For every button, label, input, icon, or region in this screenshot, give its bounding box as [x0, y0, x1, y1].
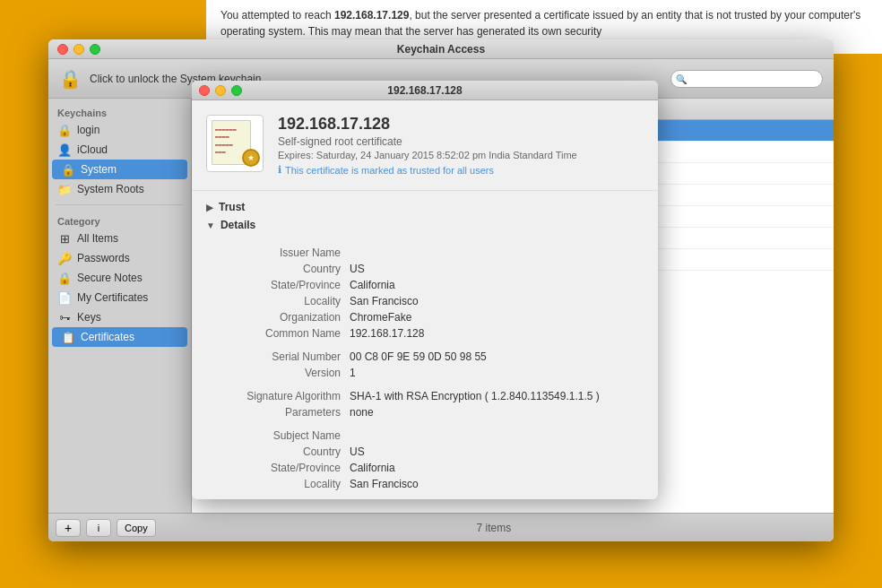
search-input[interactable] [670, 70, 823, 88]
sidebar-item-keys[interactable]: 🗝 Keys [48, 307, 191, 327]
sidebar-login-label: login [77, 124, 99, 136]
subject-locality-label: Locality [206, 478, 350, 490]
search-wrapper: 🔍 [670, 70, 823, 88]
issuer-org-label: Organization [206, 311, 350, 324]
minimize-button[interactable] [74, 44, 84, 55]
params-value: none [350, 406, 644, 419]
spacer-3 [206, 420, 644, 428]
issuer-common-name-label: Common Name [206, 327, 350, 340]
sidebar-icloud-label: iCloud [77, 143, 108, 156]
search-icon: 🔍 [676, 74, 687, 83]
sidebar-item-certificates[interactable]: 📋 Certificates [52, 327, 187, 347]
sidebar-system-roots-label: System Roots [77, 183, 144, 195]
serial-number-value: 00 C8 0F 9E 59 0D 50 98 55 [350, 350, 644, 363]
sidebar-certificates-label: Certificates [81, 331, 134, 343]
cert-close-button[interactable] [199, 85, 210, 96]
issuer-state-label: State/Province [206, 279, 350, 291]
sidebar-item-secure-notes[interactable]: 🔒 Secure Notes [48, 268, 191, 288]
issuer-locality-row: Locality San Francisco [206, 293, 644, 309]
issuer-locality-value: San Francisco [350, 295, 644, 307]
status-text: 7 items [161, 522, 826, 534]
title-bar: Keychain Access [48, 39, 834, 59]
sig-algo-label: Signature Algorithm [206, 390, 350, 402]
secure-notes-icon: 🔒 [57, 271, 72, 285]
cert-expiry: Expires: Saturday, 24 January 2015 8:52:… [278, 150, 577, 160]
version-row: Version 1 [206, 365, 644, 381]
details-row[interactable]: ▼ Details [206, 216, 644, 234]
bottom-bar: + i Copy 7 items [48, 513, 834, 541]
info-button[interactable]: i [86, 519, 111, 537]
issuer-country-row: Country US [206, 261, 644, 277]
issuer-common-name-value: 192.168.17.128 [350, 327, 644, 340]
issuer-org-value: ChromeFake [350, 311, 644, 324]
sidebar-divider [56, 204, 184, 205]
cert-detail-panel: 192.168.17.128 ━━━━━━ ━━━━ ━━━━━ ━━━ ★ 1… [192, 81, 658, 499]
sidebar-item-login[interactable]: 🔒 login [48, 120, 191, 140]
warning-text-pre: You attempted to reach [220, 9, 334, 22]
subject-locality-value: San Francisco [350, 478, 644, 490]
cert-panel-title: 192.168.17.128 [387, 84, 462, 97]
cert-trusted-status: ℹ This certificate is marked as trusted … [278, 164, 577, 176]
cert-sections: ▶ Trust ▼ Details [192, 191, 658, 241]
sig-algo-row: Signature Algorithm SHA-1 with RSA Encry… [206, 388, 644, 404]
subject-name-label: Subject Name [206, 429, 350, 442]
window-controls [57, 44, 100, 55]
subject-state-value: California [350, 462, 644, 474]
issuer-state-row: State/Province California [206, 277, 644, 293]
warning-ip: 192.168.17.129 [334, 9, 409, 22]
serial-number-label: Serial Number [206, 350, 350, 363]
maximize-button[interactable] [90, 44, 100, 55]
issuer-name-row: Issuer Name [206, 245, 644, 261]
trust-row[interactable]: ▶ Trust [206, 198, 644, 216]
cert-main-title: 192.168.17.128 [278, 115, 577, 134]
sidebar-item-icloud[interactable]: 👤 iCloud [48, 140, 191, 160]
sidebar-secure-notes-label: Secure Notes [77, 272, 143, 284]
version-value: 1 [350, 367, 644, 379]
cert-minimize-button[interactable] [215, 85, 226, 96]
keychains-label: Keychains [48, 102, 191, 120]
issuer-common-name-row: Common Name 192.168.17.128 [206, 325, 644, 342]
trusted-icon: ℹ [278, 164, 281, 176]
cert-window-controls [199, 85, 242, 96]
serial-number-row: Serial Number 00 C8 0F 9E 59 0D 50 98 55 [206, 349, 644, 365]
trusted-text: This certificate is marked as trusted fo… [285, 165, 494, 176]
subject-country-value: US [350, 445, 644, 458]
certificates-icon: 📋 [61, 330, 75, 344]
subject-locality-row: Locality San Francisco [206, 476, 644, 492]
cert-maximize-button[interactable] [231, 85, 242, 96]
sidebar-item-passwords[interactable]: 🔑 Passwords [48, 248, 191, 268]
sig-algo-value: SHA-1 with RSA Encryption ( 1.2.840.1135… [350, 390, 644, 402]
sidebar-item-system-roots[interactable]: 📁 System Roots [48, 179, 191, 199]
spacer-2 [206, 381, 644, 388]
issuer-state-value: California [350, 279, 644, 291]
all-items-icon: ⊞ [57, 231, 72, 246]
subject-state-row: State/Province California [206, 460, 644, 476]
version-label: Version [206, 367, 350, 379]
passwords-icon: 🔑 [57, 251, 72, 265]
issuer-name-label: Issuer Name [206, 246, 350, 259]
spacer-1 [206, 342, 644, 349]
add-button[interactable]: + [56, 519, 81, 537]
icloud-icon: 👤 [57, 143, 72, 157]
details-label: Details [220, 219, 255, 231]
sidebar-item-all-items[interactable]: ⊞ All Items [48, 229, 191, 248]
cert-info: 192.168.17.128 Self-signed root certific… [278, 115, 577, 176]
subject-country-row: Country US [206, 444, 644, 460]
sidebar-passwords-label: Passwords [77, 252, 130, 264]
close-button[interactable] [57, 44, 68, 55]
issuer-country-label: Country [206, 263, 350, 275]
window-title: Keychain Access [397, 43, 485, 56]
lock-icon: 🔒 [59, 66, 81, 91]
sidebar-item-my-certs[interactable]: 📄 My Certificates [48, 288, 191, 307]
subject-country-label: Country [206, 445, 350, 458]
params-row: Parameters none [206, 404, 644, 420]
keys-icon: 🗝 [57, 310, 72, 324]
issuer-name-value [350, 246, 644, 259]
my-certs-icon: 📄 [57, 290, 72, 305]
subject-name-row: Subject Name [206, 428, 644, 444]
copy-button[interactable]: Copy [117, 519, 156, 537]
trust-triangle-icon: ▶ [206, 203, 213, 212]
sidebar: Keychains 🔒 login 👤 iCloud 🔒 System 📁 Sy… [48, 99, 192, 541]
cert-header: ━━━━━━ ━━━━ ━━━━━ ━━━ ★ 192.168.17.128 S… [192, 100, 658, 191]
sidebar-item-system[interactable]: 🔒 System [52, 160, 187, 179]
